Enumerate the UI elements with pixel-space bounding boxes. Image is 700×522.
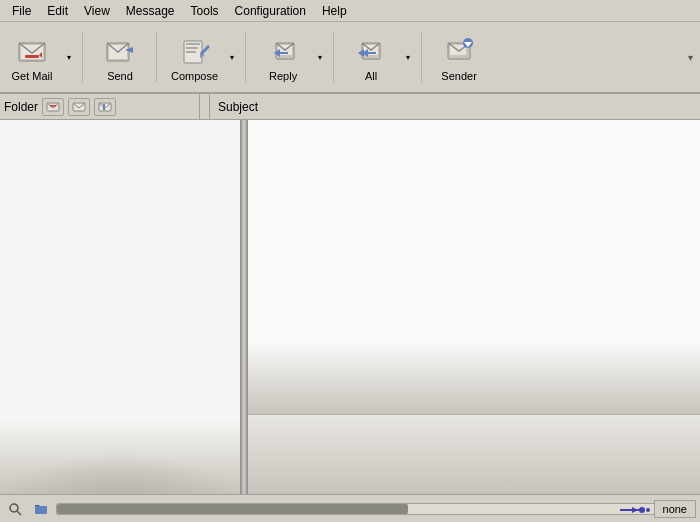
compose-label: Compose (171, 70, 218, 82)
filter-flagged-button[interactable] (94, 98, 116, 116)
svg-rect-2 (25, 55, 39, 58)
preview-panel (248, 414, 700, 494)
sep-1 (82, 32, 84, 82)
compose-arrow[interactable]: ▾ (225, 26, 239, 88)
sender-group: Sender (429, 26, 489, 88)
svg-point-36 (646, 508, 650, 512)
menu-help[interactable]: Help (314, 2, 355, 20)
sender-icon (441, 32, 477, 68)
menu-tools[interactable]: Tools (183, 2, 227, 20)
svg-marker-37 (632, 507, 638, 513)
message-list[interactable] (248, 120, 700, 414)
right-panel (248, 120, 700, 494)
vertical-splitter[interactable] (240, 120, 248, 494)
menu-message[interactable]: Message (118, 2, 183, 20)
subject-label: Subject (218, 100, 258, 114)
toolbar: Get Mail ▾ Send (0, 22, 700, 94)
menu-view[interactable]: View (76, 2, 118, 20)
send-group: Send (90, 26, 150, 88)
get-mail-group: Get Mail ▾ (2, 26, 76, 88)
menu-edit[interactable]: Edit (39, 2, 76, 20)
column-headers: Folder Subject (0, 94, 700, 120)
menu-bar: File Edit View Message Tools Configurati… (0, 0, 700, 22)
sep-4 (333, 32, 335, 82)
folder-column-header: Folder (0, 94, 200, 119)
horizontal-scrollbar[interactable] (56, 503, 696, 515)
compose-button[interactable]: Compose (164, 26, 225, 88)
folder-scroll-hint (0, 454, 240, 494)
sep-5 (421, 32, 423, 82)
reply-label: Reply (269, 70, 297, 82)
search-button[interactable] (4, 498, 26, 520)
reply-arrow[interactable]: ▾ (313, 26, 327, 88)
toolbar-overflow-arrow[interactable]: ▾ (682, 26, 698, 88)
col-resizer[interactable] (200, 94, 210, 119)
sep-3 (245, 32, 247, 82)
folder-panel (0, 120, 240, 494)
get-mail-label: Get Mail (12, 70, 53, 82)
status-none-button[interactable]: none (654, 500, 696, 518)
filter-read-button[interactable] (42, 98, 64, 116)
svg-rect-33 (35, 506, 47, 514)
get-mail-button[interactable]: Get Mail (2, 26, 62, 88)
connector-icon (620, 502, 650, 518)
sender-button[interactable]: Sender (429, 26, 489, 88)
filter-unread-button[interactable] (68, 98, 90, 116)
svg-point-35 (639, 507, 645, 513)
svg-point-31 (10, 504, 18, 512)
all-label: All (365, 70, 377, 82)
compose-group: Compose ▾ (164, 26, 239, 88)
compose-icon (177, 32, 213, 68)
folder-label: Folder (4, 100, 38, 114)
all-arrow[interactable]: ▾ (401, 26, 415, 88)
reply-icon (265, 32, 301, 68)
main-area (0, 120, 700, 494)
svg-rect-30 (103, 104, 105, 110)
reply-button[interactable]: Reply (253, 26, 313, 88)
folder-button[interactable] (30, 498, 52, 520)
bottom-bar: none (0, 494, 700, 522)
svg-rect-27 (50, 105, 56, 107)
send-icon (102, 32, 138, 68)
svg-line-32 (17, 511, 21, 515)
all-group: All ▾ (341, 26, 415, 88)
sep-2 (156, 32, 158, 82)
reply-group: Reply ▾ (253, 26, 327, 88)
send-label: Send (107, 70, 133, 82)
svg-rect-8 (186, 43, 200, 45)
svg-rect-9 (186, 47, 198, 49)
all-button[interactable]: All (341, 26, 401, 88)
menu-file[interactable]: File (4, 2, 39, 20)
send-button[interactable]: Send (90, 26, 150, 88)
sender-label: Sender (441, 70, 476, 82)
get-mail-arrow[interactable]: ▾ (62, 26, 76, 88)
svg-rect-10 (186, 51, 196, 53)
scrollbar-thumb (57, 504, 408, 514)
all-icon (353, 32, 389, 68)
folder-list[interactable] (0, 120, 240, 494)
message-list-content (248, 120, 700, 414)
menu-configuration[interactable]: Configuration (227, 2, 314, 20)
get-mail-icon (14, 32, 50, 68)
subject-column-header: Subject (210, 100, 700, 114)
